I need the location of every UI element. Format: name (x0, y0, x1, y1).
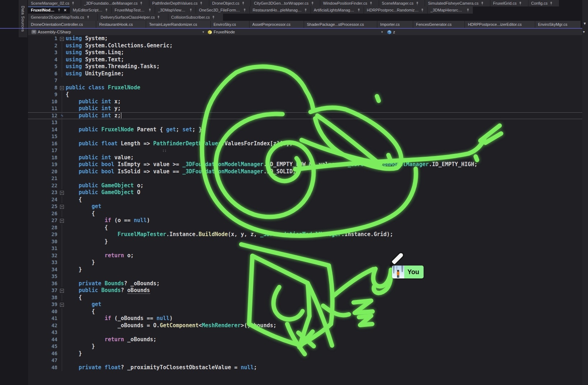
tab-simulatedfisheyecamera-cs[interactable]: SimulatedFisheyeCamera.cs (425, 0, 490, 6)
tab-shaderpackage-stprocessor-cs[interactable]: ShaderPackage...stProcessor.cs (304, 21, 377, 28)
code-line-37[interactable]: 37− public Bounds? oBounds (28, 287, 588, 294)
pin-icon[interactable] (241, 1, 245, 5)
code-line-4[interactable]: 4using System.Text; (28, 56, 588, 64)
tab--3dmaphierarchy-cs[interactable]: _3DMapHierarchy.cs (428, 6, 473, 14)
pin-icon[interactable] (304, 8, 308, 12)
tab-terrainlayerrandomizer-cs[interactable]: TerrainLayerRandomizer.cs (146, 21, 210, 28)
pin-icon[interactable] (466, 8, 470, 12)
tab-scenemanager-02-cs[interactable]: SceneManager_02.cs (28, 0, 81, 6)
fold-marker[interactable]: − (60, 191, 64, 195)
pin-icon[interactable] (243, 8, 247, 12)
pin-icon[interactable] (420, 8, 424, 12)
pin-icon[interactable] (139, 1, 143, 5)
tab-fencesgenerator-cs[interactable]: FencesGenerator.cs (413, 21, 465, 28)
pin-icon[interactable] (148, 8, 152, 12)
tab-importer-cs[interactable]: Importer.cs (377, 21, 413, 28)
code-line-45[interactable]: 45 } (28, 343, 588, 350)
pin-icon[interactable] (157, 15, 160, 19)
code-line-35[interactable]: 35 (28, 273, 588, 280)
tab-generator2exportmaptools-cs[interactable]: Generator2ExportMapTools.cs (28, 14, 98, 21)
fold-marker[interactable]: − (60, 86, 64, 90)
code-line-32[interactable]: 32 return o; (28, 252, 588, 259)
code-line-40[interactable]: 40 { (28, 308, 588, 315)
code-line-10[interactable]: 10 public int x; (28, 98, 588, 105)
type-dropdown[interactable]: FruxelNode (207, 29, 235, 35)
code-line-13[interactable]: 13 (28, 119, 588, 126)
tab-hdrppostproc-randomizer-cs[interactable]: HDRPPostproc...Randomizer.cs (364, 6, 428, 14)
tab-restauranthook-cs[interactable]: RestaurantHook.cs (96, 21, 146, 28)
tab-config-cs[interactable]: Config.cs (528, 0, 559, 6)
code-line-34[interactable]: 34 } (28, 266, 588, 273)
code-line-7[interactable]: 7 (28, 77, 588, 84)
pin-icon[interactable] (369, 1, 373, 5)
code-line-19[interactable]: 19 public bool IsEmpty => value >= _3DFo… (28, 161, 588, 168)
code-line-30[interactable]: 30 } (28, 238, 588, 245)
tab-pathfinderdepthvalues-cs[interactable]: PathfinderDepthValues.cs (149, 0, 209, 6)
code-line-16[interactable]: 16 public float Length => PathfinderDept… (28, 140, 588, 147)
tab-myeditorscripts-cs[interactable]: MyEditorScripts.cs (70, 6, 112, 14)
code-line-25[interactable]: 25− get (28, 203, 588, 210)
code-line-41[interactable]: 41 if (_oBounds == null) (28, 315, 588, 322)
tab-collisionsubscriber-cs[interactable]: CollisionSubscriber.cs (168, 14, 223, 21)
code-line-17[interactable]: 17 (28, 147, 588, 154)
code-editor[interactable]: 1−using System;2using System.Collections… (28, 35, 588, 385)
tab-restaurantho-plemanager-cs[interactable]: RestaurantHo...pleManager.cs (250, 6, 311, 14)
code-line-14[interactable]: 14 public FruxelNode Parent { get; set; … (28, 126, 588, 133)
scroll-up-icon[interactable]: ▾ (583, 30, 585, 34)
code-line-42[interactable]: 42 _oBounds = O.GetComponent<MeshRendere… (28, 322, 588, 329)
code-line-36[interactable]: 36 private Bounds? _oBounds; (28, 280, 588, 287)
tab-deliverysurfaceclasshelper-cs[interactable]: DeliverySurfaceClassHelper.cs (98, 14, 168, 21)
code-line-26[interactable]: 26 { (28, 210, 588, 217)
code-line-33[interactable]: 33 } (28, 259, 588, 266)
close-icon[interactable]: ✕ (63, 8, 66, 12)
code-line-15[interactable]: 15 (28, 133, 588, 140)
code-line-48[interactable]: 48 private float? _proximityToClosestObs… (28, 364, 588, 371)
scrollbar-rail[interactable]: ▼ ▾ (582, 0, 588, 385)
code-line-20[interactable]: 20 public bool IsSolid => value == _3DFo… (28, 168, 588, 175)
tab--3dfoundatio-delmanager-cs[interactable]: _3DFoundatio...delManager.cs (81, 0, 149, 6)
tab-enviroskymgr-cs[interactable]: EnviroSkyMgr.cs (535, 21, 581, 28)
tab-droneorientationcontroller-cs[interactable]: DroneOrientationController.cs (28, 21, 96, 28)
code-line-22[interactable]: 22 public GameObject o; (28, 182, 588, 189)
code-line-44[interactable]: 44 return _oBounds; (28, 336, 588, 343)
tab-fruxelnode-cs[interactable]: FruxelNode.cs✕ (28, 6, 70, 14)
tab-envirosky-cs[interactable]: EnviroSky.cs (211, 21, 249, 28)
tab-fruxelgrid-cs[interactable]: FruxelGrid.cs (490, 0, 528, 6)
pin-icon[interactable] (71, 1, 75, 5)
chevron-down-icon[interactable]: ▾ (381, 29, 383, 35)
pin-icon[interactable] (211, 15, 215, 19)
code-line-24[interactable]: 24 { (28, 196, 588, 203)
code-line-1[interactable]: 1−using System; (28, 35, 588, 42)
fold-marker[interactable]: − (60, 289, 64, 293)
tab-artificiallightsmanager-cs[interactable]: ArtificialLightsManager.cs (311, 6, 364, 14)
fold-marker[interactable]: − (60, 205, 64, 209)
member-dropdown[interactable]: z (387, 29, 395, 35)
code-line-6[interactable]: 6using UnityEngine; (28, 70, 588, 78)
code-line-8[interactable]: 8−public class FruxelNode (28, 84, 588, 91)
chevron-down-icon[interactable]: ▾ (202, 29, 204, 35)
code-line-29[interactable]: 29 FruxelMapTester.Instance.BuildNode(x,… (28, 231, 588, 238)
code-line-12[interactable]: 12✎ public int z; (28, 112, 588, 119)
fold-marker[interactable]: − (60, 219, 64, 223)
pin-icon[interactable] (549, 1, 553, 5)
code-line-21[interactable]: 21 (28, 175, 588, 182)
code-line-9[interactable]: 9{ (28, 91, 588, 98)
fold-marker[interactable]: − (60, 303, 64, 307)
tab-overflow-icon[interactable]: ▼ (583, 22, 587, 25)
data-sources-side-tab[interactable]: Data Sources (19, 0, 27, 37)
tab-windowpositionfinder-cs[interactable]: WindowPositionFinder.cs (320, 0, 379, 6)
project-dropdown[interactable]: Assembly-CSharp (32, 29, 71, 35)
pin-icon[interactable] (415, 1, 419, 5)
tab-fruxelmaptester-cs[interactable]: FruxelMapTester.cs (112, 6, 155, 14)
tab-hdrppostproce-izereditor-cs[interactable]: HDRPPostproce...izerEditor.cs (465, 21, 535, 28)
code-line-3[interactable]: 3using System.Linq; (28, 49, 588, 56)
code-line-5[interactable]: 5using System.Threading.Tasks; (28, 63, 588, 70)
pin-icon[interactable] (189, 8, 193, 12)
tab-scenemanager-cs[interactable]: SceneManager.cs (379, 0, 425, 6)
tab-assetpreprocessor-cs[interactable]: AssetPreprocessor.cs (249, 21, 304, 28)
code-line-43[interactable]: 43 (28, 329, 588, 336)
code-line-47[interactable]: 47 (28, 357, 588, 364)
code-line-46[interactable]: 46 } (28, 350, 588, 357)
pin-icon[interactable] (311, 1, 314, 5)
code-line-39[interactable]: 39− get (28, 301, 588, 308)
